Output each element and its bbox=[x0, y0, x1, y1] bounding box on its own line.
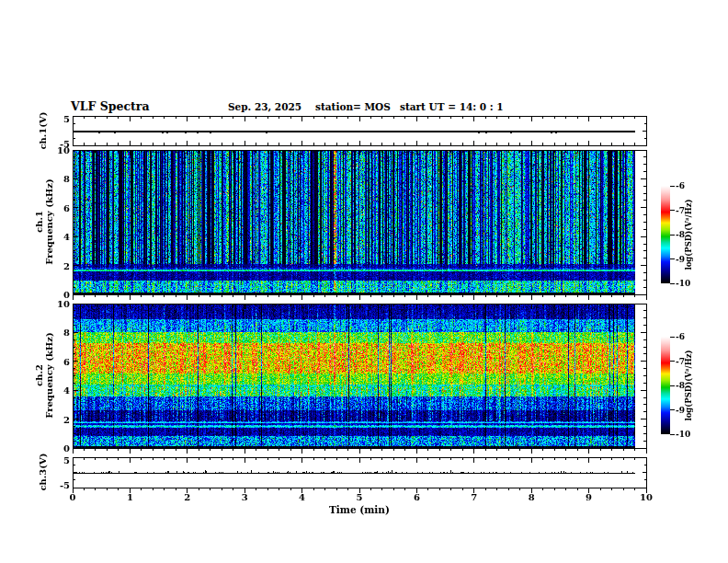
colorbar-ch2-tick-label: -10 bbox=[676, 430, 690, 439]
ch2-spec-ytick-label: 2 bbox=[63, 414, 70, 424]
colorbar-ch1-tick-label: -7 bbox=[676, 206, 685, 215]
ch1-spec-ytick-label: 8 bbox=[63, 174, 70, 184]
ch1-voltage-ytick-label: -5 bbox=[60, 138, 70, 148]
colorbar-ch2-tick-label: -9 bbox=[676, 406, 685, 415]
ch1-spec-ytick-label: 4 bbox=[63, 232, 70, 242]
axes-layer bbox=[0, 0, 728, 563]
colorbar-ch2-tick-label: -6 bbox=[676, 332, 685, 341]
ch3-voltage-ylabel: ch.3(V) bbox=[38, 453, 48, 490]
x-tick-label: 5 bbox=[357, 492, 363, 502]
ch1-spec-ytick-label: 6 bbox=[63, 202, 70, 213]
x-tick-label: 8 bbox=[529, 492, 535, 502]
colorbar-ch2-tick-label: -7 bbox=[676, 357, 685, 366]
ch3-voltage-ytick-label: 5 bbox=[63, 455, 70, 465]
x-axis-title: Time (min) bbox=[329, 504, 390, 515]
colorbar-ch2-label: log(PSD)(V²/Hz) bbox=[684, 350, 694, 420]
ch2-spec-ylabel: ch.2 Frequency (kHz) bbox=[34, 332, 54, 418]
colorbar-ch1-label: log(PSD)(V²/Hz) bbox=[684, 199, 694, 270]
ch2-spec-ylabel-line2: Frequency (kHz) bbox=[44, 332, 54, 418]
ch1-spec-ylabel-line2: Frequency (kHz) bbox=[44, 178, 54, 264]
ch1-spec-ylabel: ch.1 Frequency (kHz) bbox=[34, 178, 54, 264]
ch2-spec-ytick-label: 8 bbox=[63, 327, 70, 338]
ch2-spec-ytick-label: 6 bbox=[63, 356, 70, 366]
ch1-spec-ytick-label: 2 bbox=[63, 260, 70, 270]
ch3-voltage-ytick-label: -5 bbox=[60, 480, 70, 490]
ch2-spec-ytick-label: 10 bbox=[57, 299, 70, 309]
x-tick-label: 2 bbox=[184, 492, 190, 502]
ch2-spec-ytick-label: 4 bbox=[63, 385, 70, 396]
ch1-voltage-ylabel: ch.1(V) bbox=[38, 111, 48, 149]
colorbar-ch1 bbox=[661, 186, 670, 283]
ch2-spec-ylabel-line1: ch.2 bbox=[34, 332, 44, 418]
colorbar-ch2-tick-label: -8 bbox=[676, 381, 685, 390]
colorbar-ch1-tick-label: -9 bbox=[676, 255, 685, 264]
x-tick-label: 7 bbox=[471, 492, 477, 502]
x-tick-label: 9 bbox=[586, 492, 592, 502]
colorbar-ch1-tick-label: -8 bbox=[676, 230, 685, 239]
x-tick-label: 1 bbox=[127, 492, 133, 502]
ch1-spec-ylabel-line1: ch.1 bbox=[34, 178, 44, 264]
colorbar-ch1-tick-label: -6 bbox=[676, 181, 685, 190]
colorbar-ch2 bbox=[661, 337, 670, 434]
ch1-voltage-ytick-label: 5 bbox=[63, 113, 70, 123]
colorbar-ch1-tick-label: -10 bbox=[676, 279, 690, 288]
ch2-spec-ytick-label: 0 bbox=[63, 443, 70, 454]
vlf-spectra-figure: VLF Spectra Sep. 23, 2025 station= MOS s… bbox=[0, 0, 728, 563]
x-tick-label: 0 bbox=[70, 492, 76, 502]
x-tick-label: 3 bbox=[242, 492, 248, 502]
x-tick-label: 10 bbox=[640, 492, 653, 502]
x-tick-label: 4 bbox=[299, 492, 305, 502]
x-tick-label: 6 bbox=[414, 492, 420, 502]
